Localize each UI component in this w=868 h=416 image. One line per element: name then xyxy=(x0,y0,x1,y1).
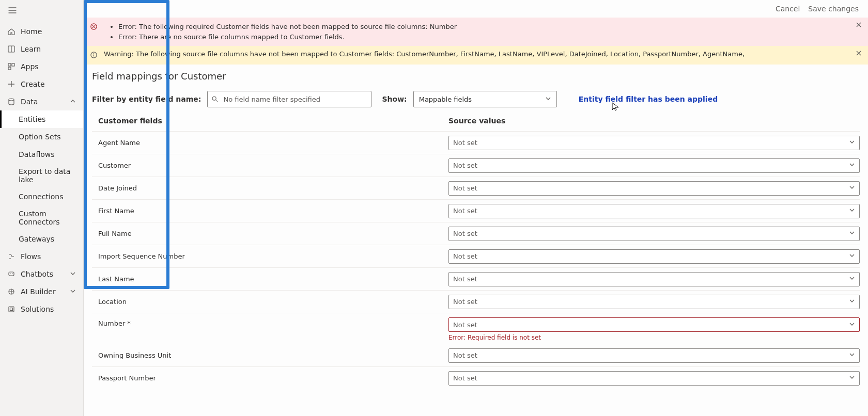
field-name: Import Sequence Number xyxy=(92,252,448,260)
nav-label: Dataflows xyxy=(19,150,55,158)
field-name: Customer xyxy=(92,162,448,169)
source-select[interactable]: Not set xyxy=(448,158,860,173)
table-row: Date JoinedNot set xyxy=(92,177,860,199)
table-row: CustomerNot set xyxy=(92,154,860,177)
solutions-icon xyxy=(7,305,16,313)
table-row: Agent NameNot set xyxy=(92,131,860,154)
field-name: Full Name xyxy=(92,230,448,237)
menu-toggle[interactable] xyxy=(0,0,83,23)
error-banner: Error: The following required Customer f… xyxy=(84,18,868,46)
error-text: Error: There are no source file columns … xyxy=(118,32,457,42)
nav-create[interactable]: Create xyxy=(0,75,83,93)
filter-input[interactable] xyxy=(207,91,371,107)
ai-icon xyxy=(7,287,16,296)
nav-flows[interactable]: Flows xyxy=(0,248,83,265)
close-icon[interactable] xyxy=(856,22,862,29)
nav-apps[interactable]: Apps xyxy=(0,58,83,75)
nav-chatbots[interactable]: Chatbots xyxy=(0,265,83,283)
nav-label: AI Builder xyxy=(21,287,56,296)
apps-icon xyxy=(7,62,16,71)
svg-rect-3 xyxy=(8,67,11,70)
nav-label: Data xyxy=(21,98,38,106)
nav-label: Export to data lake xyxy=(19,167,76,184)
table-row: Passport NumberNot set xyxy=(92,366,860,389)
show-select[interactable]: Mappable fields xyxy=(413,91,557,107)
chevron-down-icon xyxy=(849,374,855,382)
svg-rect-5 xyxy=(9,272,14,276)
plus-icon xyxy=(7,80,16,88)
nav-data[interactable]: Data xyxy=(0,93,83,110)
svg-point-14 xyxy=(213,97,216,100)
show-value: Mappable fields xyxy=(419,95,472,103)
source-value: Not set xyxy=(453,230,477,237)
info-icon xyxy=(90,51,98,60)
source-value: Not set xyxy=(453,374,477,382)
source-select[interactable]: Not set xyxy=(448,295,860,309)
source-select[interactable]: Not set xyxy=(448,136,860,150)
nav-export[interactable]: Export to data lake xyxy=(0,163,83,188)
field-name: Location xyxy=(92,298,448,306)
cancel-button[interactable]: Cancel xyxy=(776,5,800,13)
table-row: First NameNot set xyxy=(92,199,860,222)
close-icon[interactable] xyxy=(856,50,862,58)
source-select[interactable]: Not set xyxy=(448,272,860,286)
source-select[interactable]: Not set xyxy=(448,348,860,363)
nav-label: Connections xyxy=(19,193,64,201)
nav-option-sets[interactable]: Option Sets xyxy=(0,128,83,146)
table-row: Last NameNot set xyxy=(92,267,860,290)
row-error: Error: Required field is not set xyxy=(448,334,860,341)
nav-home[interactable]: Home xyxy=(0,23,83,40)
warning-banner: Warning: The following source file colum… xyxy=(84,46,868,65)
source-select[interactable]: Not set xyxy=(448,249,860,264)
table-row: LocationNot set xyxy=(92,290,860,313)
chevron-down-icon xyxy=(849,162,855,169)
nav-label: Home xyxy=(21,27,42,36)
source-value: Not set xyxy=(453,321,477,329)
source-value: Not set xyxy=(453,139,477,147)
show-label: Show: xyxy=(382,95,407,103)
svg-rect-9 xyxy=(9,307,14,312)
mapping-table: Agent NameNot setCustomerNot setDate Joi… xyxy=(92,131,860,389)
chevron-down-icon xyxy=(70,287,76,296)
nav-ai-builder[interactable]: AI Builder xyxy=(0,283,83,300)
field-name: First Name xyxy=(92,207,448,215)
source-value: Not set xyxy=(453,184,477,192)
save-changes-button[interactable]: Save changes xyxy=(808,5,859,13)
chevron-down-icon xyxy=(545,95,551,103)
nav-label: Solutions xyxy=(21,305,54,313)
field-name: Date Joined xyxy=(92,184,448,192)
source-select[interactable]: Not set xyxy=(448,204,860,218)
source-value: Not set xyxy=(453,298,477,306)
nav-dataflows[interactable]: Dataflows xyxy=(0,146,83,163)
source-select[interactable]: Not set xyxy=(448,227,860,241)
filter-applied-note: Entity field filter has been applied xyxy=(579,95,718,103)
field-name: Owning Business Unit xyxy=(92,351,448,359)
sidebar: Home Learn Apps Create Data Entities Opt… xyxy=(0,0,84,416)
flow-icon xyxy=(7,252,16,261)
chatbot-icon xyxy=(7,270,16,278)
search-icon xyxy=(211,95,219,105)
field-name: Passport Number xyxy=(92,374,448,382)
source-value: Not set xyxy=(453,207,477,215)
nav-learn[interactable]: Learn xyxy=(0,40,83,58)
nav-gateways[interactable]: Gateways xyxy=(0,230,83,248)
nav-label: Flows xyxy=(21,252,41,261)
nav-entities[interactable]: Entities xyxy=(0,110,83,128)
svg-point-4 xyxy=(9,99,14,101)
nav-solutions[interactable]: Solutions xyxy=(0,300,83,318)
field-name: Last Name xyxy=(92,275,448,283)
chevron-down-icon xyxy=(849,298,855,306)
nav-label: Create xyxy=(21,80,45,88)
chevron-down-icon xyxy=(849,139,855,147)
source-select[interactable]: Not set xyxy=(448,317,860,332)
nav-custom-connectors[interactable]: Custom Connectors xyxy=(0,205,83,230)
svg-rect-1 xyxy=(8,63,11,66)
nav-label: Custom Connectors xyxy=(19,210,76,226)
nav-connections[interactable]: Connections xyxy=(0,188,83,205)
field-name: Agent Name xyxy=(92,139,448,147)
source-value: Not set xyxy=(453,275,477,283)
source-select[interactable]: Not set xyxy=(448,371,860,386)
source-select[interactable]: Not set xyxy=(448,181,860,196)
nav-label: Apps xyxy=(21,62,39,71)
filter-label: Filter by entity field name: xyxy=(92,95,201,103)
